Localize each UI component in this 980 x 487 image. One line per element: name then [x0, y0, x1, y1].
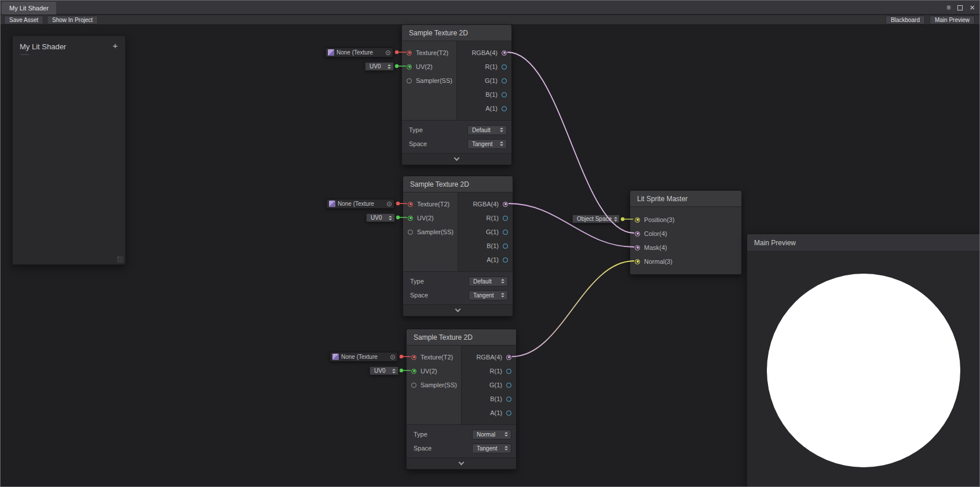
collapse-toggle[interactable] [402, 153, 511, 165]
port-row: Texture(T2) [402, 46, 456, 60]
blackboard-panel[interactable]: My Lit Shader + [12, 35, 126, 265]
port-uv-in[interactable] [408, 216, 413, 221]
port-sampler-in[interactable] [407, 78, 412, 83]
port-label: A(1) [485, 105, 498, 112]
uv-channel-dropdown-1[interactable]: UV0 [365, 62, 394, 71]
port-rgba-out[interactable] [506, 355, 511, 360]
port-position-in[interactable] [635, 217, 640, 223]
node-title[interactable]: Sample Texture 2D [402, 25, 511, 41]
port-b-out[interactable] [502, 92, 507, 97]
texture-object-field-3[interactable]: None (Texture [330, 352, 398, 362]
port-row: Texture(T2) [407, 350, 461, 364]
port-uv-in[interactable] [407, 64, 412, 70]
show-in-project-button[interactable]: Show In Project [47, 16, 98, 24]
texture-thumbnail-icon [332, 354, 339, 360]
port-texture-in[interactable] [411, 355, 416, 360]
type-dropdown[interactable]: Default [469, 277, 508, 286]
blackboard-resize-grip[interactable] [117, 256, 123, 263]
close-icon[interactable]: × [970, 3, 975, 12]
space-value: Tangent [472, 141, 493, 147]
object-picker-icon[interactable] [387, 202, 392, 206]
port-rgba-out[interactable] [503, 202, 508, 207]
uv-channel-value: UV0 [374, 368, 385, 374]
port-sampler-in[interactable] [408, 230, 413, 235]
uv-channel-dropdown-3[interactable]: UV0 [370, 366, 398, 375]
dropdown-arrows-icon [387, 64, 392, 69]
port-color-in[interactable] [635, 231, 640, 237]
main-preview-panel[interactable]: Main Preview [747, 234, 980, 487]
port-row: UV(2) [407, 364, 461, 378]
save-asset-button[interactable]: Save Asset [4, 16, 43, 24]
texture-field-value: None (Texture [337, 49, 383, 56]
input-ports: Texture(T2) UV(2) Sampler(SS) [402, 41, 457, 120]
port-sampler-in[interactable] [411, 383, 416, 388]
space-dropdown[interactable]: Tangent [472, 444, 511, 453]
collapse-toggle[interactable] [403, 304, 513, 316]
texture-object-field-2[interactable]: None (Texture [326, 199, 394, 209]
port-b-out[interactable] [503, 244, 508, 249]
port-normal-in[interactable] [635, 259, 640, 264]
uv-channel-dropdown-2[interactable]: UV0 [366, 213, 395, 222]
port-texture-in[interactable] [407, 50, 412, 56]
edge-rgba1-to-color[interactable] [507, 52, 634, 233]
position-space-dropdown[interactable]: Object Space [572, 215, 620, 223]
space-dropdown[interactable]: Tangent [467, 139, 507, 149]
chevron-down-icon [454, 155, 460, 161]
port-label: B(1) [485, 91, 498, 98]
blackboard-toggle-button[interactable]: Blackboard [886, 16, 925, 24]
port-r-out[interactable] [502, 64, 507, 70]
preview-sphere [767, 274, 960, 467]
uv-channel-value: UV0 [371, 215, 382, 221]
port-mask-in[interactable] [635, 245, 640, 250]
port-uv-in[interactable] [411, 369, 416, 374]
connector-dot-texture-2 [396, 202, 400, 205]
port-a-out[interactable] [503, 257, 508, 263]
port-rgba-out[interactable] [502, 50, 507, 56]
node-title[interactable]: Sample Texture 2D [407, 329, 516, 346]
main-preview-title[interactable]: Main Preview [747, 234, 980, 252]
connector-dot-uv-2 [396, 216, 400, 219]
window-menu-icon[interactable]: ≡ [946, 4, 950, 11]
port-label: B(1) [490, 395, 502, 402]
port-g-out[interactable] [502, 78, 507, 83]
port-row: RGBA(4) [457, 46, 511, 60]
main-preview-toggle-button[interactable]: Main Preview [930, 16, 975, 24]
port-row: Position(3) [630, 213, 741, 227]
port-g-out[interactable] [503, 230, 508, 235]
port-label: UV(2) [417, 215, 434, 221]
node-title[interactable]: Lit Sprite Master [630, 191, 741, 207]
space-dropdown[interactable]: Tangent [469, 290, 508, 300]
port-a-out[interactable] [502, 106, 507, 111]
type-value: Default [472, 127, 491, 133]
type-dropdown[interactable]: Normal [472, 430, 511, 439]
texture-thumbnail-icon [329, 201, 335, 207]
dropdown-arrows-icon [389, 216, 393, 220]
node-title[interactable]: Sample Texture 2D [403, 176, 513, 192]
maximize-icon[interactable] [957, 5, 963, 10]
texture-object-field-1[interactable]: None (Texture [325, 48, 393, 57]
port-g-out[interactable] [506, 383, 511, 388]
port-a-out[interactable] [506, 410, 511, 416]
port-row: Sampler(SS) [402, 74, 456, 88]
port-r-out[interactable] [506, 369, 511, 374]
port-row: Texture(T2) [403, 197, 458, 211]
node-lit-sprite-master[interactable]: Lit Sprite Master Position(3) Color(4) M… [630, 190, 742, 275]
add-property-button[interactable]: + [110, 41, 120, 51]
object-picker-icon[interactable] [386, 50, 390, 55]
edge-rgba3-to-normal[interactable] [512, 261, 634, 357]
port-r-out[interactable] [503, 216, 508, 221]
collapse-toggle[interactable] [407, 457, 516, 469]
space-label: Space [408, 292, 428, 299]
node-sample-texture-2[interactable]: Sample Texture 2D Texture(T2) UV(2) Samp… [403, 176, 513, 317]
port-texture-in[interactable] [408, 202, 413, 207]
node-sample-texture-3[interactable]: Sample Texture 2D Texture(T2) UV(2) Samp… [406, 329, 517, 470]
port-row: Color(4) [630, 227, 741, 241]
edge-rgba2-to-mask[interactable] [509, 203, 634, 247]
tab-my-lit-shader[interactable]: My Lit Shader [2, 2, 56, 14]
blackboard-title: My Lit Shader [13, 36, 125, 54]
port-b-out[interactable] [506, 397, 511, 402]
type-dropdown[interactable]: Default [467, 125, 507, 135]
port-row: Normal(3) [630, 255, 741, 268]
node-sample-texture-1[interactable]: Sample Texture 2D Texture(T2) UV(2) Samp… [401, 24, 512, 165]
object-picker-icon[interactable] [390, 355, 395, 359]
